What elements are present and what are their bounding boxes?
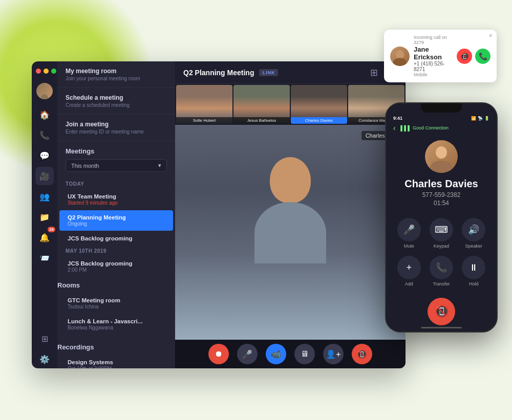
list-item[interactable]: Design Systems Oct 10th at 3:00PM [59,355,173,368]
schedule-meeting-title: Schedule a meeting [66,94,167,101]
nav-video-icon[interactable]: 🎥 [35,167,54,185]
nav-home-icon[interactable]: 🏠 [35,105,54,124]
schedule-meeting-sub: Create a scheduled meeting [66,102,167,108]
meeting-item-title: JCS Backlog grooming [68,260,165,267]
mobile-caller-avatar [425,140,458,173]
transfer-btn-icon: 📞 [430,256,453,279]
speaker-control[interactable]: 🔊 Speaker [461,218,486,249]
signal-icon: 📶 [471,116,476,121]
decline-call-button[interactable]: 📵 [457,49,472,64]
grid-view-icon[interactable]: ⊞ [370,67,378,78]
video-feed [175,125,406,340]
keypad-control[interactable]: ⌨ Keypad [429,218,454,249]
join-meeting-title: Join a meeting [66,121,167,128]
nav-files-icon[interactable]: 📁 [35,208,54,226]
month-filter-dropdown[interactable]: This month ▾ [66,159,167,172]
mute-btn-icon: 🎤 [397,218,421,241]
video-button[interactable]: 📹 [266,344,286,364]
my-meeting-room-title: My meeting room [66,68,167,75]
join-meeting-action[interactable]: Join a meeting Enter meeting ID or meeti… [57,115,175,141]
participant-name: Sofie Hubert [176,117,232,124]
notification-badge: 28 [48,227,55,232]
accept-call-button[interactable]: 📞 [475,49,490,64]
thumbnail-participant[interactable]: Charles Davies [291,85,347,124]
incoming-call-notification: ✕ Incoming call on 3279 Jane Erickson +1… [384,30,497,82]
mute-button[interactable]: 🎤 [237,344,258,364]
phone-controls-grid: 🎤 Mute ⌨ Keypad 🔊 Speaker + Add 📞 Transf… [386,210,497,291]
phone-time: 9:41 [393,116,402,121]
my-meeting-room-sub: Join your personal meeting room [66,76,167,81]
meeting-item-title: JCS Backlog grooming [68,235,165,241]
thumbnails-strip: Sofie Hubert Jesus Bañuelos Charles Davi… [175,84,406,125]
nav-sidebar: 🏠 📞 💬 🎥 👥 📁 🔔 28 📨 ⊞ ⚙️ [32,61,57,368]
nav-settings-icon[interactable]: ⚙️ [35,350,54,368]
record-button[interactable]: ⏺ [208,344,229,364]
back-icon[interactable]: ‹ [393,124,396,132]
phone-screen: 9:41 📶 📡 🔋 ‹ ▐▐▐ Good Connection Charles… [386,103,497,331]
thumbnail-participant[interactable]: Jesus Bañuelos [233,85,290,124]
recordings-section: Recordings Design Systems Oct 10th at 3:… [57,339,175,368]
participant-name: Jesus Bañuelos [233,117,290,124]
meeting-item-title: Q2 Planning Meeting [68,214,165,220]
recording-item-sub: Oct 10th at 3:00PM [68,366,165,368]
close-notification-icon[interactable]: ✕ [488,33,493,38]
nav-phone-icon[interactable]: 📞 [35,126,54,144]
transfer-control[interactable]: 📞 Transfer [429,256,454,286]
incoming-call-label: Incoming call on 3279 [414,35,453,45]
caller-avatar [390,47,410,66]
add-control[interactable]: + Add [396,256,421,286]
meeting-item-title: UX Team Meeting [68,193,165,200]
video-title: Q2 Planning Meeting [183,69,254,77]
room-item-title: Lunch & Learn - Javascri... [68,318,165,324]
month-filter-value: This month [71,163,99,169]
my-meeting-room-action[interactable]: My meeting room Join your personal meeti… [57,61,175,88]
nav-notifications-icon[interactable]: 🔔 28 [35,228,54,247]
list-item[interactable]: UX Team Meeting Started 9 minutes ago [59,189,173,210]
rooms-label: Rooms [57,281,175,289]
maximize-button[interactable] [51,69,56,74]
meetings-sidebar: My meeting room Join your personal meeti… [57,61,175,368]
room-item-title: GTC Meeting room [68,297,165,303]
hold-label: Hold [469,281,479,286]
list-item[interactable]: JCS Backlog grooming 2:00 PM [59,256,173,277]
recording-item-title: Design Systems [68,359,165,365]
battery-icon: 🔋 [484,116,489,121]
nav-contacts-icon[interactable]: 👥 [35,187,54,206]
thumbnail-participant[interactable]: Sofie Hubert [176,85,232,124]
minimize-button[interactable] [44,69,49,74]
nav-apps-icon[interactable]: ⊞ [35,329,54,348]
hold-control[interactable]: ⏸ Hold [461,256,486,286]
nav-chat-icon[interactable]: 💬 [35,146,54,165]
schedule-meeting-action[interactable]: Schedule a meeting Create a scheduled me… [57,88,175,115]
list-item[interactable]: Lunch & Learn - Javascri... Bonelwa Ngga… [59,314,173,335]
hold-btn-icon: ⏸ [462,256,485,279]
recordings-label: Recordings [57,343,175,351]
mobile-caller-number: 577-559-2382 [422,191,461,198]
mute-control[interactable]: 🎤 Mute [396,218,421,249]
call-info: Incoming call on 3279 Jane Erickson +1 (… [414,35,453,77]
add-label: Add [405,281,413,286]
chevron-down-icon: ▾ [158,162,161,169]
list-item[interactable]: JCS Backlog grooming [59,231,173,246]
keypad-btn-icon: ⌨ [430,218,453,241]
phone-notch [421,103,462,113]
user-avatar[interactable] [36,83,53,99]
list-item[interactable]: Q2 Planning Meeting Ongoing [59,210,173,231]
phone-home-indicator [421,327,462,328]
nav-voicemail-icon[interactable]: 📨 [35,249,54,267]
rooms-section: Rooms GTC Meeting room Tsutsui Ichina Lu… [57,277,175,339]
keypad-label: Keypad [434,244,450,249]
add-participants-button[interactable]: 👤+ [323,344,344,364]
screen-share-button[interactable]: 🖥 [294,344,315,364]
speaker-label: Speaker [465,244,483,249]
video-main: Q2 Planning Meeting LINK ⊞ 👥 Sofie Huber… [175,61,406,368]
end-call-button[interactable]: 📵 [352,344,372,364]
meeting-item-sub: Started 9 minutes ago [68,200,165,206]
list-item[interactable]: GTC Meeting room Tsutsui Ichina [59,293,173,314]
close-button[interactable] [36,69,41,74]
add-btn-icon: + [397,256,421,279]
caller-name: Jane Erickson [414,46,453,61]
end-call-button[interactable]: 📵 [428,298,455,325]
wifi-icon: 📡 [478,116,483,121]
meetings-section: Meetings This month ▾ [57,141,175,179]
